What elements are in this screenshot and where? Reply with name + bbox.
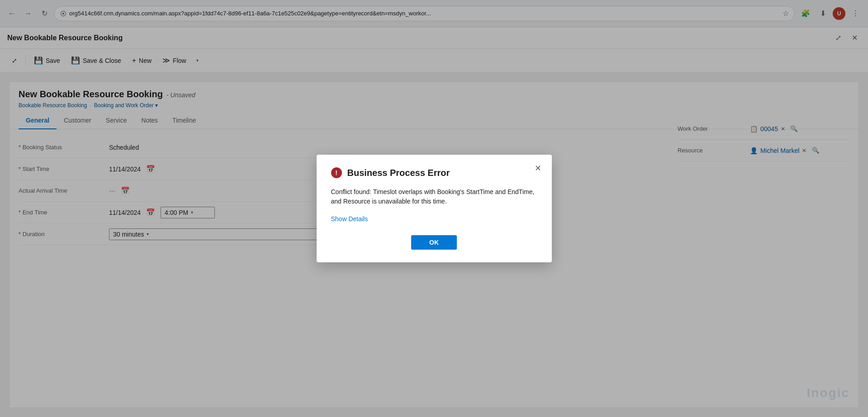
ok-button[interactable]: OK (411, 235, 457, 250)
show-details-link[interactable]: Show Details (331, 215, 368, 223)
error-dialog: ✕ ! Business Process Error Conflict foun… (317, 155, 552, 262)
dialog-message: Conflict found: Timeslot overlaps with B… (331, 187, 537, 206)
dialog-overlay: ✕ ! Business Process Error Conflict foun… (0, 0, 868, 417)
error-icon: ! (331, 167, 342, 178)
dialog-header: ! Business Process Error (331, 167, 537, 178)
dialog-footer: OK (331, 235, 537, 250)
dialog-close-button[interactable]: ✕ (532, 162, 545, 175)
dialog-title: Business Process Error (347, 168, 450, 178)
main-content: New Bookable Resource Booking - Unsaved … (0, 72, 868, 417)
